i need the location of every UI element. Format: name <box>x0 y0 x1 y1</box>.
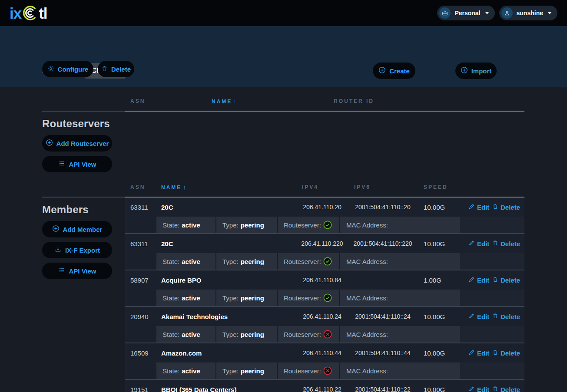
member-row: 20940 Akamai Technologies 206.41.110.24 … <box>125 307 524 343</box>
delete-member-button[interactable]: Delete <box>492 313 520 320</box>
trash-icon <box>492 313 498 320</box>
plus-circle-icon <box>378 66 386 75</box>
delete-exchange-button[interactable]: Delete <box>98 61 134 77</box>
member-type: Type:peering <box>216 362 278 379</box>
pencil-icon <box>468 349 475 357</box>
member-name: Acquire BPO <box>156 277 297 284</box>
add-routeserver-button[interactable]: Add Routeserver <box>42 135 112 152</box>
member-row: 58907 Acquire BPO 206.41.110.84 1.00G Ed… <box>125 270 524 307</box>
check-circle-icon <box>323 257 332 266</box>
member-type: Type:peering <box>216 217 278 233</box>
member-ipv6: 2001:504:41:110::44 <box>348 349 418 356</box>
member-type: Type:peering <box>216 326 278 343</box>
logo-text-ix: ix <box>10 6 21 21</box>
member-state: State:active <box>156 362 216 379</box>
member-state: State:active <box>156 326 216 343</box>
member-state: State:active <box>156 217 216 233</box>
gear-icon <box>47 65 54 73</box>
list-icon <box>58 267 65 275</box>
routeservers-api-view-button[interactable]: API View <box>42 156 112 172</box>
member-mac-address: MAC Address: <box>340 217 460 233</box>
member-asn: 63311 <box>125 240 156 247</box>
download-icon <box>54 246 62 254</box>
workspace-dropdown-button[interactable]: Personal <box>437 6 494 20</box>
delete-member-button[interactable]: Delete <box>492 240 520 247</box>
pencil-icon <box>468 240 475 247</box>
member-name: 20C <box>156 204 297 211</box>
workspace-label: Personal <box>454 10 480 16</box>
pencil-icon <box>468 385 475 392</box>
topbar: ix tl Personal su <box>0 0 567 26</box>
delete-member-button[interactable]: Delete <box>492 203 520 211</box>
pencil-icon <box>468 313 475 320</box>
member-ipv4: 206.41.110.220 <box>297 240 348 247</box>
members-table-body: 63311 20C 206.41.110.20 2001:504:41:110:… <box>125 198 524 392</box>
members-table-header: ASN NAME↑ IPV4 IPV6 SPEED <box>42 178 524 198</box>
list-icon <box>58 160 65 168</box>
edit-member-button[interactable]: Edit <box>468 313 489 320</box>
member-state: State:active <box>156 290 216 306</box>
member-type: Type:peering <box>216 253 278 270</box>
member-speed: 10.00G <box>418 349 463 357</box>
briefcase-icon <box>439 7 451 19</box>
trash-icon <box>492 349 498 357</box>
plus-circle-icon <box>52 225 60 234</box>
routeservers-sidebar: Routeservers Add Routeserver API View <box>42 112 125 178</box>
delete-member-button[interactable]: Delete <box>492 276 520 284</box>
ixf-export-button[interactable]: IX-F Export <box>42 242 112 258</box>
column-header-name-sort[interactable]: NAME↑ <box>212 98 334 105</box>
import-button[interactable]: Import <box>455 63 497 79</box>
column-header-asn: ASN <box>125 98 212 104</box>
member-speed: 1.00G <box>418 277 463 284</box>
edit-member-button[interactable]: Edit <box>468 276 489 284</box>
trash-icon <box>492 203 498 211</box>
member-speed: 10.00G <box>418 313 463 320</box>
member-asn: 19151 <box>125 386 156 392</box>
members-sidebar: Members Add Member IX-F Export <box>42 198 125 392</box>
routeservers-table-body <box>125 112 524 178</box>
member-ipv6: 2001:504:41:110::24 <box>348 313 418 320</box>
pencil-icon <box>468 276 475 284</box>
member-routeserver-status: Routeserver: <box>278 253 340 270</box>
configure-button[interactable]: Configure <box>42 61 93 77</box>
member-ipv4: 206.41.110.44 <box>297 349 348 356</box>
member-name: 20C <box>156 240 297 247</box>
create-button[interactable]: Create <box>373 63 415 79</box>
member-asn: 20940 <box>125 313 156 320</box>
logo-text-tl: tl <box>39 6 47 21</box>
edit-member-button[interactable]: Edit <box>468 203 489 211</box>
trash-icon <box>101 65 108 73</box>
delete-member-button[interactable]: Delete <box>492 349 520 357</box>
member-ipv4: 206.41.110.84 <box>297 277 348 283</box>
chevron-down-icon <box>548 12 551 14</box>
member-ipv4: 206.41.110.20 <box>297 204 348 211</box>
app-logo: ix tl <box>10 5 47 21</box>
edit-member-button[interactable]: Edit <box>468 385 489 392</box>
x-circle-icon <box>323 366 332 375</box>
column-header-name-sort[interactable]: NAME↑ <box>156 184 297 191</box>
member-row: 19151 BBOI (365 Data Centers) 206.41.110… <box>125 380 524 392</box>
member-mac-address: MAC Address: <box>340 326 460 343</box>
exchange-toolbar: Exchange: ChIX Create Import Configure D… <box>0 26 567 87</box>
member-speed: 10.00G <box>418 204 463 211</box>
edit-member-button[interactable]: Edit <box>468 349 489 357</box>
logo-c-icon <box>22 5 38 21</box>
add-member-button[interactable]: Add Member <box>42 221 112 237</box>
user-label: sunshine <box>517 10 543 16</box>
chevron-down-icon <box>485 12 489 14</box>
user-dropdown-button[interactable]: sunshine <box>499 6 557 20</box>
member-ipv6: 2001:504:41:110::22 <box>348 386 418 392</box>
edit-member-button[interactable]: Edit <box>468 240 489 247</box>
members-api-view-button[interactable]: API View <box>42 263 112 279</box>
x-circle-icon <box>323 330 332 339</box>
sort-ascending-icon: ↑ <box>183 184 186 191</box>
pencil-icon <box>468 203 475 211</box>
main-content: ASN NAME↑ ROUTER ID Routeservers Add Rou… <box>0 87 567 392</box>
column-header-ipv6: IPV6 <box>348 184 418 190</box>
delete-member-button[interactable]: Delete <box>492 385 520 392</box>
column-header-router-id: ROUTER ID <box>334 98 374 104</box>
member-ipv6: 2001:504:41:110::220 <box>348 240 418 247</box>
topbar-actions: Personal sunshine <box>437 6 557 20</box>
column-header-speed: SPEED <box>418 184 463 190</box>
member-mac-address: MAC Address: <box>340 362 460 379</box>
